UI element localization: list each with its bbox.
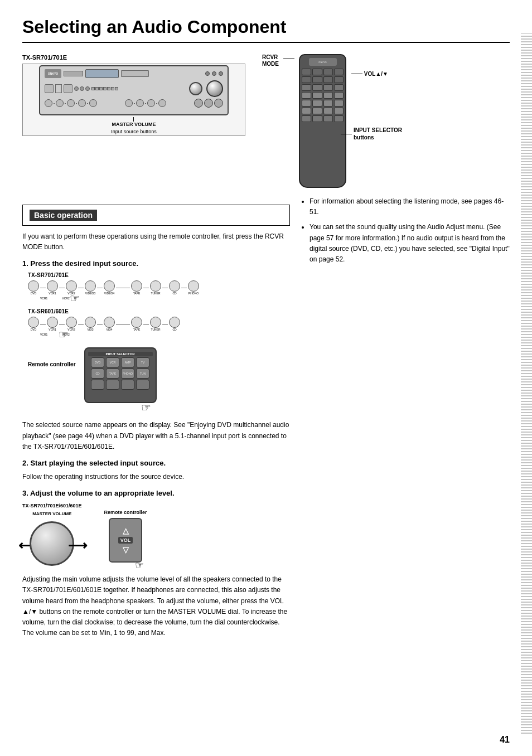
bullet-1: For information about selecting the list… [309, 196, 510, 217]
step1-para: The selected source name appears on the … [22, 420, 290, 452]
vol-para: Adjusting the main volume adjusts the vo… [22, 574, 290, 638]
vol-arrow-right: ⟶ [68, 538, 87, 554]
tx601-label: TX-SR601/601E [28, 308, 290, 314]
step1-heading: 1. Press the desired input source. [22, 259, 290, 268]
input-selector-label: INPUT SELECTOR buttons [354, 127, 402, 141]
main-body: Basic operation If you want to perform t… [22, 196, 510, 643]
vol-knob-big [30, 521, 74, 566]
vol-remote-label: Remote controller [104, 510, 147, 515]
remote-diagram: Remote controller INPUT SELECTOR DVD VCR… [28, 347, 290, 403]
vol-device-label: TX-SR701/701E/601/601E [22, 503, 82, 508]
basic-op-title: Basic operation [30, 210, 97, 221]
basic-operation-box: Basic operation [22, 205, 290, 226]
bullet-list: For information about selecting the list… [309, 196, 510, 265]
vol-down-arrow: ▽ [123, 545, 129, 554]
tx601-diagram: TX-SR601/601E DVD VCR1 VCR2 [28, 308, 290, 336]
top-section: TX-SR701/701E ONKYO [22, 54, 510, 191]
vol-diagrams: TX-SR701/701E/601/601E MASTER VOLUME ⟵ ⟶… [22, 503, 290, 569]
intro-text: If you want to perform these operations … [22, 231, 290, 253]
input-source-label: Input source buttons [111, 129, 157, 134]
vol-knob-label: MASTER VOLUME [32, 511, 71, 516]
device-section-left: TX-SR701/701E ONKYO [22, 54, 245, 191]
vol-finger-icon: ☞ [135, 559, 144, 571]
vol-label-top: VOL▲/▼ [364, 71, 388, 77]
device-section-right: RCVR MODE ONKYO [262, 54, 510, 191]
vol-knob-wrap: ⟵ ⟶ [27, 518, 77, 569]
master-volume-label: MASTER VOLUME [112, 122, 156, 127]
vol-remote-body: △ VOL ▽ ☞ [109, 518, 142, 563]
device-label: TX-SR701/701E [22, 54, 245, 61]
remote-label: Remote controller [28, 361, 76, 367]
vol-knob-container: TX-SR701/701E/601/601E MASTER VOLUME ⟵ ⟶ [22, 503, 82, 569]
vol-up-arrow: △ [123, 526, 129, 535]
page-title: Selecting an Audio Component [22, 17, 510, 43]
bottom-right-col: For information about selecting the list… [301, 196, 510, 643]
device-diagram: ONKYO [22, 64, 245, 136]
vol-remote-container: Remote controller △ VOL ▽ ☞ [104, 510, 147, 563]
step2-heading: 2. Start playing the selected input sour… [22, 459, 290, 467]
step3-heading: 3. Adjust the volume to an appropriate l… [22, 489, 290, 497]
bottom-left-col: Basic operation If you want to perform t… [22, 196, 290, 643]
page-number: 41 [500, 735, 510, 745]
step2-para: Follow the operating instructions for th… [22, 472, 290, 482]
tx701-diagram: TX-SR701/701E DVD VCR1 VCR2 [28, 272, 290, 300]
tx701-label: TX-SR701/701E [28, 272, 290, 278]
side-stripe [521, 33, 532, 734]
bullet-2: You can set the sound quality using the … [309, 222, 510, 265]
vol-label-text: VOL [118, 537, 133, 544]
rcvr-mode-label: RCVR [262, 54, 279, 61]
